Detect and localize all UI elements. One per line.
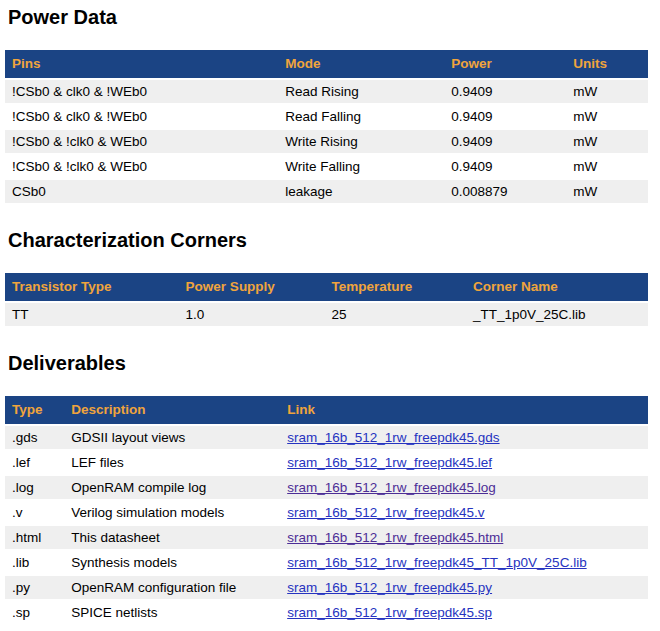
table-cell: 0.9409 [444,130,566,153]
table-cell: Write Rising [278,130,444,153]
table-row: TT1.025_TT_1p0V_25C.lib [5,303,648,326]
table-cell: mW [566,80,648,103]
column-header: Corner Name [466,273,648,301]
file-link[interactable]: sram_16b_512_1rw_freepdk45.py [287,580,492,595]
table-cell: GDSII layout views [64,426,280,449]
link-cell: sram_16b_512_1rw_freepdk45.lef [280,451,648,474]
table-cell: mW [566,130,648,153]
table-row: .libSynthesis modelssram_16b_512_1rw_fre… [5,551,648,574]
file-link[interactable]: sram_16b_512_1rw_freepdk45.v [287,505,484,520]
table-cell: CSb0 [5,180,278,203]
link-cell: sram_16b_512_1rw_freepdk45.html [280,526,648,549]
table-cell: Synthesis models [64,551,280,574]
table-row: .spSPICE netlistssram_16b_512_1rw_freepd… [5,601,648,624]
section-power-data: Power Data PinsModePowerUnits !CSb0 & cl… [5,5,648,205]
table-row: .pyOpenRAM configuration filesram_16b_51… [5,576,648,599]
table-row: !CSb0 & !clk0 & WEb0Write Falling0.9409m… [5,155,648,178]
column-header: Pins [5,50,278,78]
table-cell: !CSb0 & clk0 & !WEb0 [5,105,278,128]
section-characterization-corners: Characterization Corners Transistor Type… [5,228,648,328]
table-cell: 1.0 [179,303,325,326]
link-cell: sram_16b_512_1rw_freepdk45.sp [280,601,648,624]
link-cell: sram_16b_512_1rw_freepdk45_TT_1p0V_25C.l… [280,551,648,574]
column-header: Type [5,396,64,424]
column-header: Description [64,396,280,424]
power-data-table: PinsModePowerUnits !CSb0 & clk0 & !WEb0R… [5,48,648,205]
table-header-row: TypeDescriptionLink [5,396,648,424]
table-cell: mW [566,155,648,178]
power-data-heading: Power Data [8,5,648,30]
file-link[interactable]: sram_16b_512_1rw_freepdk45.lef [287,455,492,470]
table-header-row: PinsModePowerUnits [5,50,648,78]
table-row: CSb0leakage0.008879mW [5,180,648,203]
column-header: Link [280,396,648,424]
table-row: !CSb0 & clk0 & !WEb0Read Falling0.9409mW [5,105,648,128]
table-cell: !CSb0 & !clk0 & WEb0 [5,130,278,153]
table-cell: SPICE netlists [64,601,280,624]
file-link[interactable]: sram_16b_512_1rw_freepdk45.sp [287,605,492,620]
table-cell: !CSb0 & !clk0 & WEb0 [5,155,278,178]
table-cell: .html [5,526,64,549]
table-cell: 0.9409 [444,155,566,178]
table-row: .logOpenRAM compile logsram_16b_512_1rw_… [5,476,648,499]
column-header: Mode [278,50,444,78]
table-cell: 25 [325,303,466,326]
file-link[interactable]: sram_16b_512_1rw_freepdk45.html [287,530,503,545]
table-cell: OpenRAM compile log [64,476,280,499]
column-header: Temperature [325,273,466,301]
file-link[interactable]: sram_16b_512_1rw_freepdk45_TT_1p0V_25C.l… [287,555,586,570]
table-cell: mW [566,180,648,203]
column-header: Power [444,50,566,78]
table-cell: .lib [5,551,64,574]
characterization-corners-table: Transistor TypePower SupplyTemperatureCo… [5,271,648,328]
table-cell: .v [5,501,64,524]
table-cell: LEF files [64,451,280,474]
table-row: .vVerilog simulation modelssram_16b_512_… [5,501,648,524]
table-cell: TT [5,303,179,326]
section-deliverables: Deliverables TypeDescriptionLink .gdsGDS… [5,351,648,626]
table-cell: .lef [5,451,64,474]
link-cell: sram_16b_512_1rw_freepdk45.py [280,576,648,599]
characterization-corners-heading: Characterization Corners [8,228,648,253]
column-header: Units [566,50,648,78]
file-link[interactable]: sram_16b_512_1rw_freepdk45.log [287,480,496,495]
link-cell: sram_16b_512_1rw_freepdk45.log [280,476,648,499]
file-link[interactable]: sram_16b_512_1rw_freepdk45.gds [287,430,499,445]
table-row: !CSb0 & clk0 & !WEb0Read Rising0.9409mW [5,80,648,103]
column-header: Power Supply [179,273,325,301]
column-header: Transistor Type [5,273,179,301]
table-cell: Read Rising [278,80,444,103]
link-cell: sram_16b_512_1rw_freepdk45.v [280,501,648,524]
table-cell: leakage [278,180,444,203]
table-cell: Write Falling [278,155,444,178]
table-cell: OpenRAM configuration file [64,576,280,599]
table-cell: Verilog simulation models [64,501,280,524]
table-cell: .log [5,476,64,499]
table-header-row: Transistor TypePower SupplyTemperatureCo… [5,273,648,301]
table-cell: .sp [5,601,64,624]
table-cell: Read Falling [278,105,444,128]
table-cell: 0.9409 [444,80,566,103]
table-row: .htmlThis datasheetsram_16b_512_1rw_free… [5,526,648,549]
link-cell: sram_16b_512_1rw_freepdk45.gds [280,426,648,449]
table-cell: _TT_1p0V_25C.lib [466,303,648,326]
table-cell: mW [566,105,648,128]
table-cell: 0.9409 [444,105,566,128]
table-cell: .py [5,576,64,599]
table-cell: .gds [5,426,64,449]
table-row: .gdsGDSII layout viewssram_16b_512_1rw_f… [5,426,648,449]
table-cell: This datasheet [64,526,280,549]
table-cell: !CSb0 & clk0 & !WEb0 [5,80,278,103]
deliverables-heading: Deliverables [8,351,648,376]
datasheet-page: Power Data PinsModePowerUnits !CSb0 & cl… [0,0,660,631]
table-cell: 0.008879 [444,180,566,203]
table-row: .lefLEF filessram_16b_512_1rw_freepdk45.… [5,451,648,474]
deliverables-table: TypeDescriptionLink .gdsGDSII layout vie… [5,394,648,626]
table-row: !CSb0 & !clk0 & WEb0Write Rising0.9409mW [5,130,648,153]
